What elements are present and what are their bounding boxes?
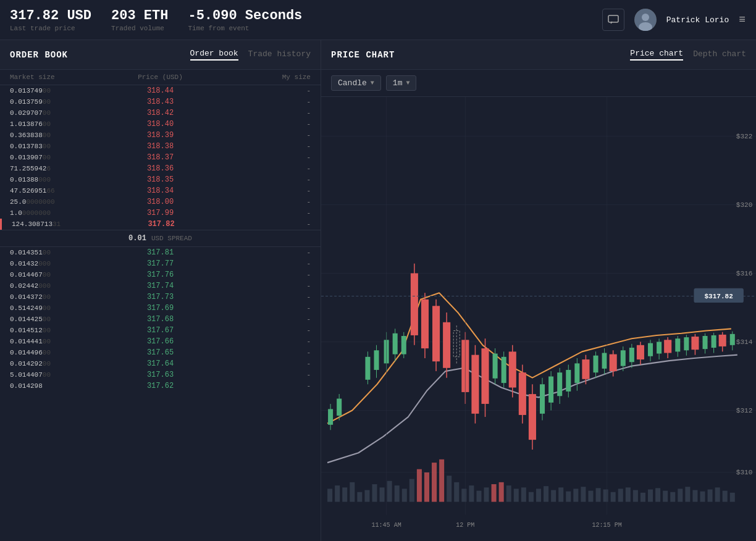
svg-rect-111 [529, 394, 536, 440]
svg-rect-54 [603, 489, 608, 501]
tab-price-chart[interactable]: Price chart [630, 49, 683, 61]
svg-rect-155 [730, 334, 735, 345]
table-row[interactable]: 0.01435100 317.81 - [0, 247, 321, 258]
svg-text:$317.82: $317.82 [704, 292, 733, 300]
chevron-down-icon: ▼ [406, 80, 410, 86]
chart-type-dropdown[interactable]: Candle ▼ [331, 75, 381, 91]
table-row[interactable]: 0.51424900 317.69 - [0, 303, 321, 314]
buy-orders-section: 0.01435100 317.81 - 0.01432000 317.77 - … [0, 247, 321, 392]
table-row[interactable]: 124.30871331 317.82 - [0, 219, 321, 230]
table-row[interactable]: 71.2559426 318.36 - [0, 163, 321, 174]
chart-area: $322 $320 $316 $314 $312 $310 [321, 97, 756, 541]
svg-rect-23 [372, 484, 377, 502]
table-row[interactable]: 0.01437200 317.73 - [0, 291, 321, 303]
svg-rect-37 [476, 491, 481, 502]
table-row[interactable]: 0.01375900 318.43 - [0, 96, 321, 107]
svg-rect-87 [365, 357, 370, 380]
table-row[interactable]: 0.01449600 317.65 - [0, 347, 321, 358]
table-row[interactable]: 47.52695166 318.34 - [0, 185, 321, 196]
svg-rect-79 [393, 333, 398, 354]
svg-rect-44 [529, 492, 534, 502]
tab-depth-chart[interactable]: Depth chart [693, 49, 746, 60]
svg-rect-67 [700, 492, 705, 502]
svg-rect-63 [670, 492, 675, 502]
svg-rect-133 [629, 348, 634, 362]
time-from-event-value: -5.090 Seconds [188, 8, 302, 23]
svg-text:$316: $316 [736, 269, 753, 277]
svg-rect-119 [566, 370, 571, 392]
table-row[interactable]: 0.01446700 317.76 - [0, 269, 321, 280]
svg-rect-52 [588, 491, 593, 502]
svg-rect-47 [551, 490, 556, 502]
table-row[interactable]: 5.01440700 317.63 - [0, 369, 321, 380]
svg-rect-143 [675, 338, 680, 351]
tab-order-book[interactable]: Order book [190, 49, 238, 61]
table-row[interactable]: 0.01374900 318.44 - [0, 85, 321, 96]
svg-rect-85 [421, 300, 429, 348]
svg-rect-153 [719, 335, 726, 346]
price-chart-title: PRICE CHART [331, 50, 395, 60]
table-row[interactable]: 0.01451200 317.67 - [0, 325, 321, 336]
chat-button[interactable] [602, 9, 624, 31]
svg-rect-131 [621, 350, 626, 366]
svg-rect-69 [715, 487, 720, 501]
table-row[interactable]: 0.01390700 318.37 - [0, 152, 321, 163]
chevron-down-icon: ▼ [371, 80, 374, 86]
table-row[interactable]: 25.00000000 318.00 - [0, 196, 321, 208]
svg-rect-57 [626, 487, 631, 501]
svg-text:$322: $322 [736, 132, 753, 140]
svg-point-2 [642, 14, 649, 21]
time-from-event-metric: -5.090 Seconds Time from event [188, 8, 302, 32]
svg-rect-26 [395, 485, 400, 501]
svg-rect-149 [703, 336, 708, 349]
svg-rect-50 [573, 489, 578, 501]
svg-rect-103 [493, 354, 498, 379]
svg-rect-137 [648, 343, 653, 356]
svg-rect-127 [602, 353, 607, 368]
svg-text:11:45 AM: 11:45 AM [372, 521, 401, 529]
table-row[interactable]: 0.01432000 317.77 - [0, 258, 321, 269]
svg-rect-48 [558, 487, 563, 501]
table-row[interactable]: 1.00000000 317.99 - [0, 208, 321, 219]
menu-icon[interactable]: ≡ [739, 14, 746, 26]
last-trade-price-label: Last trade price [10, 25, 91, 32]
svg-rect-62 [663, 491, 668, 502]
tab-trade-history[interactable]: Trade history [248, 49, 311, 60]
svg-rect-121 [574, 363, 579, 383]
svg-rect-151 [712, 335, 716, 348]
table-row[interactable]: 0.02970700 318.42 - [0, 107, 321, 119]
svg-rect-147 [691, 337, 699, 350]
table-row[interactable]: 0.01442500 317.68 - [0, 314, 321, 325]
svg-rect-41 [506, 485, 511, 501]
svg-rect-83 [411, 273, 418, 335]
table-row[interactable]: 0.014298 317.62 - [0, 380, 321, 392]
svg-rect-42 [514, 489, 519, 501]
right-panel: PRICE CHART Price chart Depth chart Cand… [321, 40, 756, 541]
svg-rect-17 [327, 489, 332, 501]
svg-rect-99 [471, 355, 479, 414]
last-trade-price-value: 317.82 USD [10, 8, 91, 23]
traded-volume-metric: 203 ETH Traded volume [111, 8, 168, 32]
svg-rect-59 [640, 493, 645, 502]
sell-orders-section: 0.01374900 318.44 - 0.01375900 318.43 - … [0, 85, 321, 230]
svg-rect-66 [692, 490, 697, 502]
table-row[interactable]: 0.01378300 318.38 - [0, 141, 321, 152]
table-row[interactable]: 0.02442000 317.74 - [0, 280, 321, 291]
timeframe-dropdown[interactable]: 1m ▼ [386, 75, 417, 91]
table-row[interactable]: 0.01429200 317.64 - [0, 358, 321, 369]
table-row[interactable]: 0.01388000 318.35 - [0, 174, 321, 185]
svg-rect-107 [509, 351, 516, 387]
top-bar-right: Patrick Lorio ≡ [602, 9, 746, 31]
svg-rect-51 [581, 487, 586, 501]
price-chart-svg: $322 $320 $316 $314 $312 $310 [321, 97, 756, 541]
table-row[interactable]: 0.36383800 318.39 - [0, 130, 321, 141]
chart-type-label: Candle [338, 78, 367, 88]
order-book-title: ORDER BOOK [10, 50, 68, 60]
table-row[interactable]: 1.01387600 318.40 - [0, 119, 321, 130]
table-row[interactable]: 0.01444100 317.66 - [0, 336, 321, 347]
col-price-usd: Price (USD) [110, 73, 210, 81]
svg-rect-125 [594, 356, 598, 372]
svg-rect-49 [566, 492, 571, 502]
right-header: PRICE CHART Price chart Depth chart [321, 40, 756, 70]
svg-rect-27 [402, 489, 407, 501]
